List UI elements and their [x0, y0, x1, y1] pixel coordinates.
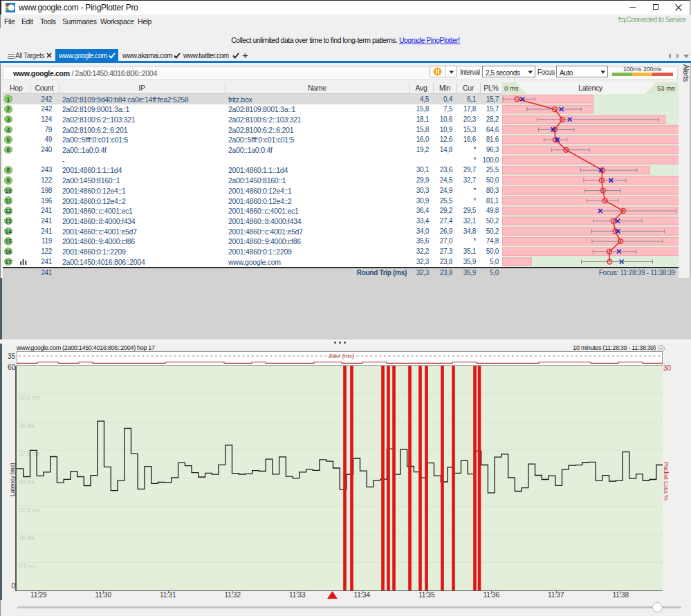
svg-text:52,5 ms: 52,5 ms	[19, 394, 39, 401]
svg-text:22,5 ms: 22,5 ms	[19, 506, 39, 513]
svg-text:45 ms: 45 ms	[19, 422, 35, 429]
svg-text:30 ms: 30 ms	[19, 478, 35, 485]
svg-text:7,5 ms: 7,5 ms	[19, 562, 37, 569]
svg-text:Jitter (ms): Jitter (ms)	[327, 352, 354, 359]
svg-text:15 ms: 15 ms	[19, 534, 35, 541]
